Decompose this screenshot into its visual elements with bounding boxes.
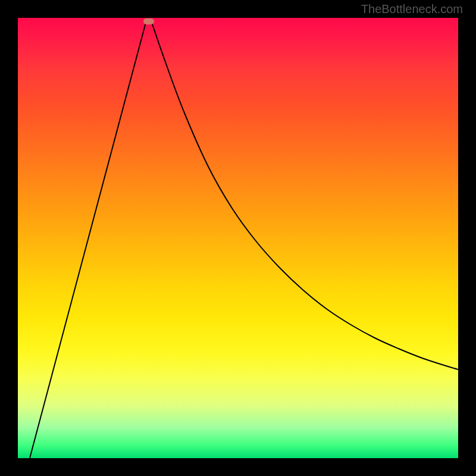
curve-path [30,23,458,458]
watermark-text: TheBottleneck.com [361,2,463,16]
chart-svg [18,18,458,458]
minimum-marker [143,18,154,24]
chart-area [18,18,458,458]
